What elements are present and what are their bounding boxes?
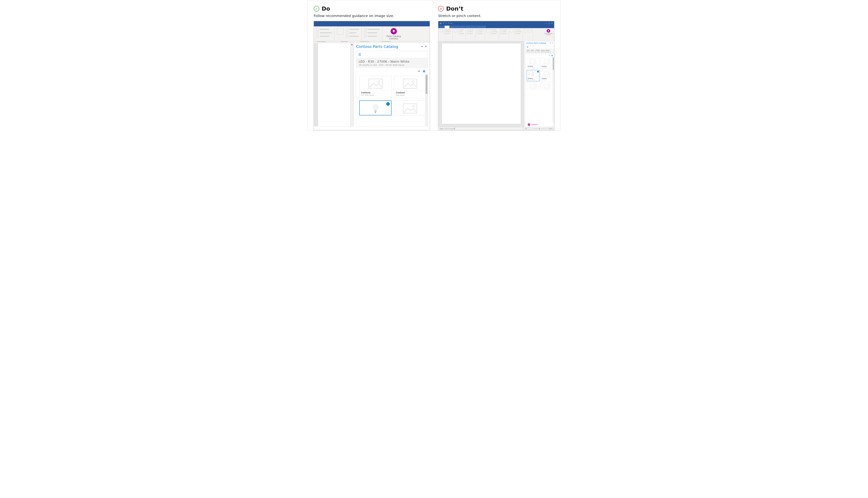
undo-icon[interactable]: ↶ xyxy=(443,22,444,24)
result-header: LED - R30 - 2700K - Warm White 16 result… xyxy=(356,58,428,68)
card-brand: Contoso xyxy=(542,66,553,67)
save-icon[interactable]: ▤ xyxy=(440,22,441,24)
hamburger-icon[interactable]: ☰ xyxy=(356,51,428,58)
brand-badge-icon: C xyxy=(528,123,530,126)
redo-icon[interactable]: ↷ xyxy=(448,22,450,24)
zoom-value: 100% xyxy=(548,128,553,130)
svg-point-13 xyxy=(532,72,534,75)
zoom-slider[interactable] xyxy=(533,129,545,129)
do-column: ✓ Do Follow recommended guidance on imag… xyxy=(314,5,430,130)
list-view-icon[interactable]: ≡ xyxy=(418,69,420,73)
ribbon-tab-active[interactable] xyxy=(444,26,450,28)
document-page xyxy=(442,43,521,124)
image-placeholder-icon xyxy=(527,82,539,89)
statusbar-icon[interactable] xyxy=(455,128,455,130)
addin-label-2: Contoso xyxy=(389,37,398,40)
ribbon-tab[interactable] xyxy=(481,26,486,28)
addin-label-2: Contoso xyxy=(546,34,551,35)
addin-label-1: Parts Catalog xyxy=(386,35,401,38)
view-mode-icon[interactable] xyxy=(523,128,524,129)
results-count: 16 results in LED - R30 - 60-65 Watt Equ… xyxy=(527,51,553,53)
svg-rect-17 xyxy=(530,84,536,88)
card-spec: 85w Equal xyxy=(542,79,553,80)
svg-point-12 xyxy=(548,61,549,61)
taskpane-menu-icon[interactable]: ▾ xyxy=(550,42,551,44)
hamburger-icon[interactable]: ☰ xyxy=(526,45,554,49)
product-card-selected[interactable]: ✓ xyxy=(359,101,391,115)
card-spec: 85w Equal xyxy=(542,67,553,68)
svg-rect-2 xyxy=(403,79,417,88)
svg-point-20 xyxy=(548,85,549,86)
ribbon-tab[interactable] xyxy=(465,26,470,28)
results-count: 16 results in LED - R30 - 60-65 Watt Equ… xyxy=(359,64,425,66)
card-brand: Contoso xyxy=(542,78,553,79)
taskpane-footer: C Contoso xyxy=(527,123,554,127)
product-card-selected[interactable]: ✓ Contoso60 - 65w Equal xyxy=(527,70,540,81)
category-title: LED - R30 - 2700K - Warm White xyxy=(527,50,553,51)
cross-icon: ✕ xyxy=(438,6,444,11)
taskpane-close-icon[interactable]: ✕ xyxy=(552,42,553,44)
selected-check-icon: ✓ xyxy=(537,71,539,73)
svg-rect-7 xyxy=(403,104,417,113)
selected-check-icon: ✓ xyxy=(386,102,390,106)
list-view-icon[interactable]: ≡ xyxy=(549,55,550,56)
addin-ribbon-button[interactable]: Parts CatalogContoso xyxy=(385,28,403,40)
grid-view-icon[interactable]: ▦ xyxy=(423,69,425,73)
ribbon-tab[interactable] xyxy=(476,26,481,28)
ribbon-tab[interactable] xyxy=(455,26,460,28)
word-titlebar xyxy=(314,21,430,26)
addin-ribbon-button[interactable]: Parts CatalogContoso xyxy=(544,29,553,36)
product-card[interactable] xyxy=(527,82,540,89)
dont-screenshot: ▤↶•↷▾ —▢✕ xyxy=(438,21,554,130)
lightbulb-icon xyxy=(547,29,550,32)
close-icon[interactable]: ✕ xyxy=(552,22,553,24)
image-placeholder-icon xyxy=(541,70,553,77)
ribbon-placeholder-icon xyxy=(316,31,319,34)
svg-rect-15 xyxy=(544,72,550,76)
ribbon-placeholder-icon xyxy=(316,28,319,30)
view-mode-icon[interactable] xyxy=(525,128,527,129)
view-mode-icon[interactable] xyxy=(528,128,530,129)
window-titlebar: ▤↶•↷▾ —▢✕ xyxy=(438,21,554,25)
ribbon-tab[interactable] xyxy=(471,26,476,28)
svg-rect-0 xyxy=(369,79,382,88)
zoom-in-icon[interactable]: + xyxy=(546,128,547,130)
ribbon-group-labels xyxy=(314,41,430,43)
image-placeholder-icon xyxy=(394,76,426,90)
card-brand: Contoso xyxy=(396,91,424,94)
product-card[interactable]: Contoso60 - 65w Equal xyxy=(527,58,540,69)
dont-column: ✕ Don’t Stretch or pinch content. ▤↶•↷▾ … xyxy=(438,5,554,130)
scroll-up-button[interactable]: ▲ xyxy=(350,43,353,126)
minimize-icon[interactable]: — xyxy=(545,22,547,24)
svg-point-1 xyxy=(378,81,379,82)
product-card[interactable]: Contoso85w Equal xyxy=(541,58,554,69)
ribbon-placeholder-icon xyxy=(337,28,344,35)
image-placeholder-icon xyxy=(527,58,539,65)
product-card[interactable]: Contoso60 - 65w Equal xyxy=(359,76,391,98)
ribbon-tabs xyxy=(438,25,554,28)
taskpane-menu-icon[interactable]: ▾ xyxy=(421,45,423,48)
ribbon-tab[interactable] xyxy=(460,26,465,28)
product-card[interactable]: Contoso85w Equal xyxy=(394,76,426,98)
lightbulb-icon xyxy=(391,28,397,34)
zoom-out-icon[interactable]: — xyxy=(531,128,532,130)
card-brand: Contoso xyxy=(528,66,539,67)
taskpane-close-icon[interactable]: ✕ xyxy=(425,45,427,48)
grid-view-icon[interactable]: ▦ xyxy=(552,55,553,56)
ribbon-tab[interactable] xyxy=(439,26,444,28)
product-card[interactable]: Contoso85w Equal xyxy=(541,70,554,81)
dont-heading: Don’t xyxy=(446,5,463,12)
scrollbar[interactable] xyxy=(553,57,554,123)
document-area xyxy=(438,41,524,127)
svg-rect-11 xyxy=(544,60,550,64)
product-card[interactable] xyxy=(394,101,426,115)
svg-rect-14 xyxy=(533,75,533,76)
ribbon-placeholder-icon xyxy=(364,31,366,34)
scrollbar[interactable] xyxy=(425,75,428,126)
taskpane-title: Contoso Parts Catalog xyxy=(356,44,398,49)
svg-rect-5 xyxy=(375,112,376,112)
maximize-icon[interactable]: ▢ xyxy=(548,22,550,24)
product-card[interactable] xyxy=(541,82,554,89)
ribbon: Parts CatalogContoso xyxy=(438,28,554,41)
ribbon-tab[interactable] xyxy=(450,26,455,28)
